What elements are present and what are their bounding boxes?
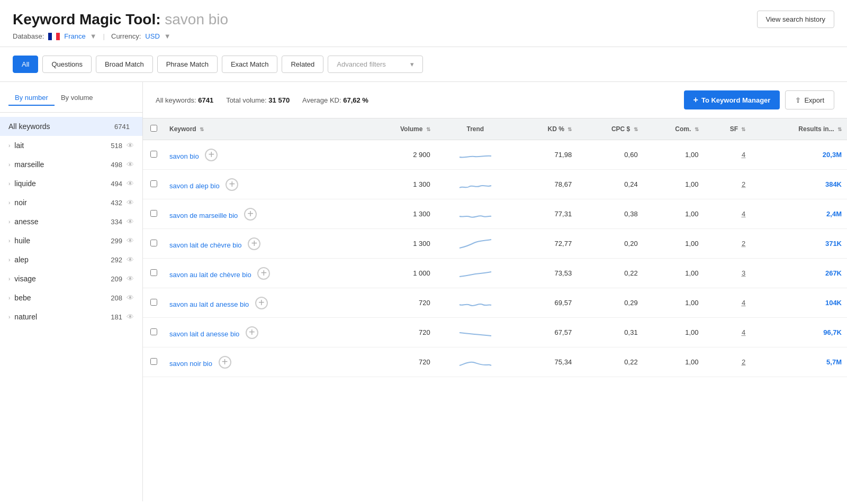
row-checkbox-1[interactable] bbox=[150, 180, 157, 187]
eye-icon-naturel[interactable]: 👁 bbox=[127, 313, 134, 321]
kd-col-header: KD % ⇅ bbox=[515, 118, 577, 140]
sidebar-item-marseille[interactable]: › marseille 498 👁 bbox=[0, 155, 142, 174]
row-checkbox-2[interactable] bbox=[150, 210, 157, 217]
row-checkbox-7[interactable] bbox=[150, 358, 157, 365]
add-keyword-button-5[interactable]: + bbox=[255, 297, 268, 309]
country-select[interactable]: France bbox=[64, 32, 85, 40]
results-link-0[interactable]: 20,3M bbox=[823, 151, 842, 159]
eye-icon-liquide[interactable]: 👁 bbox=[127, 179, 134, 188]
table-row: savon lait d anesse bio + 720 67,57 0,31… bbox=[143, 318, 847, 347]
sidebar-item-naturel[interactable]: › naturel 181 👁 bbox=[0, 307, 142, 326]
add-keyword-button-2[interactable]: + bbox=[244, 208, 257, 221]
trend-chart bbox=[458, 235, 492, 250]
row-checkbox-3[interactable] bbox=[150, 240, 157, 246]
sort-icon-results[interactable]: ⇅ bbox=[837, 126, 842, 132]
sort-by-volume[interactable]: By volume bbox=[55, 90, 100, 106]
results-link-3[interactable]: 371K bbox=[825, 240, 842, 248]
keyword-link-0[interactable]: savon bio bbox=[169, 152, 199, 160]
keyword-link-3[interactable]: savon lait de chèvre bio bbox=[169, 241, 242, 249]
eye-icon-anesse[interactable]: 👁 bbox=[127, 217, 134, 226]
tab-all[interactable]: All bbox=[13, 56, 38, 73]
keyword-manager-button[interactable]: + To Keyword Manager bbox=[684, 90, 780, 109]
eye-icon-marseille[interactable]: 👁 bbox=[127, 160, 134, 169]
eye-icon-huile[interactable]: 👁 bbox=[127, 236, 134, 245]
currency-select[interactable]: USD bbox=[145, 32, 159, 40]
tab-questions[interactable]: Questions bbox=[42, 56, 92, 73]
view-history-button[interactable]: View search history bbox=[757, 11, 834, 28]
keyword-link-4[interactable]: savon au lait de chèvre bio bbox=[169, 270, 251, 278]
keyword-link-7[interactable]: savon noir bio bbox=[169, 359, 212, 367]
sidebar-item-lait[interactable]: › lait 518 👁 bbox=[0, 136, 142, 155]
results-link-4[interactable]: 267K bbox=[825, 269, 842, 277]
export-button[interactable]: ⇧ Export bbox=[785, 90, 834, 109]
results-link-7[interactable]: 5,7M bbox=[826, 358, 842, 366]
results-cell: 371K bbox=[751, 229, 847, 259]
row-checkbox-cell bbox=[143, 259, 164, 288]
sidebar-label-lait: lait bbox=[14, 141, 111, 150]
sort-icon-cpc[interactable]: ⇅ bbox=[634, 126, 638, 132]
keyword-cell: savon de marseille bio + bbox=[164, 199, 363, 229]
eye-icon-visage[interactable]: 👁 bbox=[127, 274, 134, 283]
tab-exact-match[interactable]: Exact Match bbox=[222, 56, 278, 73]
trend-chart bbox=[458, 295, 492, 309]
sort-by-number[interactable]: By number bbox=[8, 90, 55, 106]
add-keyword-button-3[interactable]: + bbox=[248, 237, 260, 250]
com-cell: 1,00 bbox=[643, 288, 704, 318]
add-keyword-button-1[interactable]: + bbox=[226, 178, 238, 191]
volume-col-header: Volume ⇅ bbox=[363, 118, 436, 140]
tab-broad-match[interactable]: Broad Match bbox=[96, 56, 153, 73]
sidebar-item-anesse[interactable]: › anesse 334 👁 bbox=[0, 212, 142, 231]
all-keywords-label: All keywords bbox=[8, 122, 114, 131]
keyword-link-2[interactable]: savon de marseille bio bbox=[169, 211, 238, 219]
sort-icon-kd[interactable]: ⇅ bbox=[567, 126, 572, 132]
total-volume-stat: Total volume: 31 570 bbox=[226, 96, 290, 104]
select-all-checkbox[interactable] bbox=[150, 125, 157, 132]
advanced-filters-button[interactable]: Advanced filters ▾ bbox=[328, 56, 423, 73]
trend-chart bbox=[458, 354, 492, 369]
eye-icon-bebe[interactable]: 👁 bbox=[127, 294, 134, 302]
trend-cell bbox=[436, 288, 515, 318]
add-keyword-button-0[interactable]: + bbox=[205, 149, 218, 161]
results-link-2[interactable]: 2,4M bbox=[826, 210, 842, 218]
sort-icon-volume[interactable]: ⇅ bbox=[426, 126, 430, 132]
results-link-5[interactable]: 104K bbox=[825, 299, 842, 307]
row-checkbox-0[interactable] bbox=[150, 151, 157, 158]
results-cell: 5,7M bbox=[751, 347, 847, 377]
row-checkbox-6[interactable] bbox=[150, 328, 157, 335]
sort-icon-keyword[interactable]: ⇅ bbox=[200, 126, 204, 132]
eye-icon-noir[interactable]: 👁 bbox=[127, 198, 134, 207]
trend-cell bbox=[436, 199, 515, 229]
sidebar-item-bebe[interactable]: › bebe 208 👁 bbox=[0, 288, 142, 307]
row-checkbox-5[interactable] bbox=[150, 299, 157, 306]
eye-icon-lait[interactable]: 👁 bbox=[127, 141, 134, 150]
tab-related[interactable]: Related bbox=[282, 56, 323, 73]
com-cell: 1,00 bbox=[643, 140, 704, 170]
add-keyword-button-4[interactable]: + bbox=[257, 267, 270, 280]
sidebar-item-alep[interactable]: › alep 292 👁 bbox=[0, 250, 142, 269]
row-checkbox-4[interactable] bbox=[150, 269, 157, 276]
trend-chart bbox=[458, 206, 492, 221]
results-cell: 384K bbox=[751, 170, 847, 199]
results-link-6[interactable]: 96,7K bbox=[823, 328, 842, 336]
sort-icon-com[interactable]: ⇅ bbox=[695, 126, 699, 132]
add-keyword-button-7[interactable]: + bbox=[219, 356, 231, 369]
sidebar-item-all-keywords[interactable]: All keywords 6741 bbox=[0, 117, 142, 136]
sidebar-item-huile[interactable]: › huile 299 👁 bbox=[0, 231, 142, 250]
table-row: savon au lait de chèvre bio + 1 000 73,5… bbox=[143, 259, 847, 288]
sidebar-item-visage[interactable]: › visage 209 👁 bbox=[0, 269, 142, 288]
keyword-link-1[interactable]: savon d alep bio bbox=[169, 181, 220, 189]
volume-cell: 1 300 bbox=[363, 170, 436, 199]
keyword-link-6[interactable]: savon lait d anesse bio bbox=[169, 329, 239, 337]
results-link-1[interactable]: 384K bbox=[825, 180, 842, 188]
kd-cell: 77,31 bbox=[515, 199, 577, 229]
keyword-col-header: Keyword ⇅ bbox=[164, 118, 363, 140]
add-keyword-button-6[interactable]: + bbox=[246, 326, 258, 339]
tab-phrase-match[interactable]: Phrase Match bbox=[157, 56, 218, 73]
title-row: Keyword Magic Tool: savon bio View searc… bbox=[13, 11, 834, 28]
sort-icon-sf[interactable]: ⇅ bbox=[741, 126, 745, 132]
sidebar-item-liquide[interactable]: › liquide 494 👁 bbox=[0, 174, 142, 193]
keyword-link-5[interactable]: savon au lait d anesse bio bbox=[169, 300, 249, 308]
sidebar-item-noir[interactable]: › noir 432 👁 bbox=[0, 193, 142, 212]
eye-icon-alep[interactable]: 👁 bbox=[127, 255, 134, 264]
com-cell: 1,00 bbox=[643, 229, 704, 259]
